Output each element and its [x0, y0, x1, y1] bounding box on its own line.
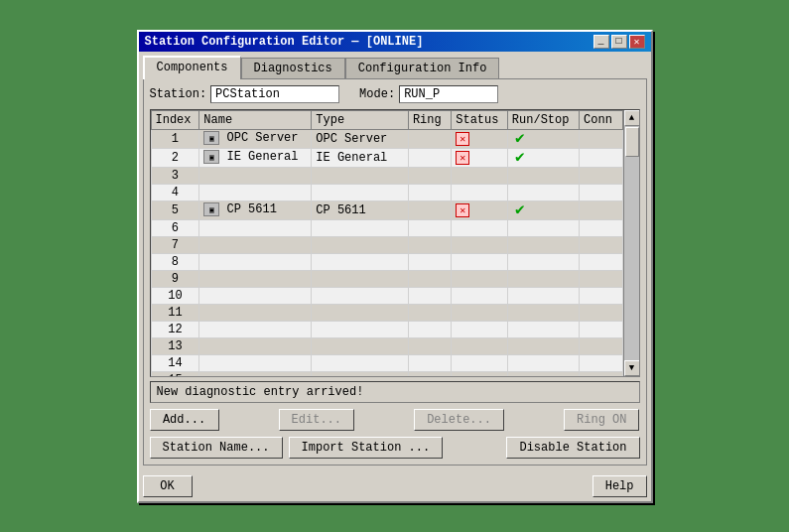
cell-type: [312, 236, 409, 253]
table-row[interactable]: 12: [151, 321, 622, 337]
table-row[interactable]: 3: [151, 167, 622, 184]
delete-button[interactable]: Delete...: [414, 409, 504, 431]
import-station-button[interactable]: Import Station ...: [289, 437, 444, 459]
station-name-button[interactable]: Station Name...: [150, 437, 283, 459]
add-button[interactable]: Add...: [150, 409, 219, 431]
col-index: Index: [151, 110, 199, 129]
cell-runstop: [507, 354, 579, 371]
scroll-down-button[interactable]: ▼: [624, 360, 640, 376]
cell-index: 6: [151, 219, 199, 236]
table-row[interactable]: 13: [151, 337, 622, 354]
diagnostic-message: New diagnostic entry arrived!: [157, 385, 364, 399]
col-status: Status: [452, 110, 508, 129]
cell-index: 1: [151, 129, 199, 148]
components-table: Index Name Type Ring Status Run/Stop Con…: [151, 110, 623, 376]
cell-index: 15: [151, 371, 199, 376]
cell-runstop: [507, 253, 579, 270]
tab-content-panel: Station: Mode: Index Name: [143, 78, 647, 466]
cell-conn: [580, 337, 622, 354]
cell-ring: [408, 371, 451, 376]
cell-conn: [580, 148, 622, 167]
cell-ring: [408, 167, 451, 184]
cell-status: [452, 337, 508, 354]
scroll-track[interactable]: [624, 126, 639, 360]
cell-name: [199, 219, 312, 236]
table-row[interactable]: 6: [151, 219, 622, 236]
cell-runstop: [507, 304, 579, 321]
table-row[interactable]: 5 ▣ CP 5611 CP 5611 ✕ ✔: [151, 200, 622, 219]
cell-status: [452, 321, 508, 337]
disable-station-button[interactable]: Disable Station: [506, 437, 639, 459]
cell-conn: [580, 371, 622, 376]
status-icon-check: ✔: [512, 202, 528, 218]
component-icon: ▣: [203, 150, 219, 164]
cell-status: [452, 270, 508, 287]
cell-ring: [408, 304, 451, 321]
cell-type: [312, 321, 409, 337]
tab-bar: Components Diagnostics Configuration Inf…: [143, 56, 647, 78]
cell-ring: [408, 354, 451, 371]
title-bar: Station Configuration Editor — [ONLINE] …: [139, 32, 651, 52]
station-label-text: Station:: [150, 87, 207, 101]
tab-diagnostics[interactable]: Diagnostics: [241, 58, 345, 78]
cell-name: ▣ IE General: [199, 148, 312, 167]
table-row[interactable]: 1 ▣ OPC Server OPC Server ✕ ✔: [151, 129, 622, 148]
cell-name: [199, 354, 312, 371]
cell-index: 14: [151, 354, 199, 371]
table-body: 1 ▣ OPC Server OPC Server ✕ ✔: [151, 129, 622, 376]
cell-index: 13: [151, 337, 199, 354]
minimize-button[interactable]: _: [593, 35, 609, 49]
mode-label-text: Mode:: [359, 87, 395, 101]
tab-components[interactable]: Components: [143, 56, 241, 79]
tab-configuration-info[interactable]: Configuration Info: [345, 58, 500, 78]
cell-type: [312, 287, 409, 304]
cell-ring: [408, 321, 451, 337]
table-row[interactable]: 14: [151, 354, 622, 371]
cell-name: [199, 337, 312, 354]
cell-name: [199, 304, 312, 321]
table-row[interactable]: 10: [151, 287, 622, 304]
ring-on-button[interactable]: Ring ON: [564, 409, 639, 431]
table-scrollbar[interactable]: ▲ ▼: [623, 110, 639, 376]
cell-name: [199, 167, 312, 184]
ok-button[interactable]: OK: [143, 475, 193, 497]
edit-button[interactable]: Edit...: [279, 409, 354, 431]
table-row[interactable]: 2 ▣ IE General IE General ✕ ✔: [151, 148, 622, 167]
col-type: Type: [312, 110, 409, 129]
cell-conn: [580, 184, 622, 200]
scroll-up-button[interactable]: ▲: [624, 110, 640, 126]
station-info-row: Station: Mode:: [150, 85, 640, 103]
cell-runstop: [507, 167, 579, 184]
mode-input[interactable]: [399, 85, 498, 103]
cell-conn: [580, 270, 622, 287]
table-row[interactable]: 4: [151, 184, 622, 200]
station-field: Station:: [150, 85, 340, 103]
station-input[interactable]: [210, 85, 339, 103]
table-row[interactable]: 8: [151, 253, 622, 270]
cell-status: [452, 236, 508, 253]
cell-status: [452, 287, 508, 304]
table-row[interactable]: 9: [151, 270, 622, 287]
close-button[interactable]: ✕: [629, 35, 645, 49]
cell-index: 11: [151, 304, 199, 321]
cell-index: 8: [151, 253, 199, 270]
cell-index: 2: [151, 148, 199, 167]
cell-runstop: [507, 270, 579, 287]
cell-ring: [408, 219, 451, 236]
maximize-button[interactable]: □: [611, 35, 627, 49]
cell-name: ▣ CP 5611: [199, 200, 312, 219]
scroll-thumb[interactable]: [625, 127, 639, 157]
button-row-1: Add... Edit... Delete... Ring ON: [150, 409, 640, 431]
cell-runstop: [507, 287, 579, 304]
table-row[interactable]: 7: [151, 236, 622, 253]
cell-name: [199, 287, 312, 304]
cell-runstop: [507, 236, 579, 253]
col-name: Name: [199, 110, 312, 129]
cell-type: [312, 337, 409, 354]
table-row[interactable]: 15: [151, 371, 622, 376]
table-row[interactable]: 11: [151, 304, 622, 321]
help-button[interactable]: Help: [592, 475, 647, 497]
component-icon: ▣: [203, 202, 219, 216]
cell-conn: [580, 354, 622, 371]
cell-type: [312, 354, 409, 371]
